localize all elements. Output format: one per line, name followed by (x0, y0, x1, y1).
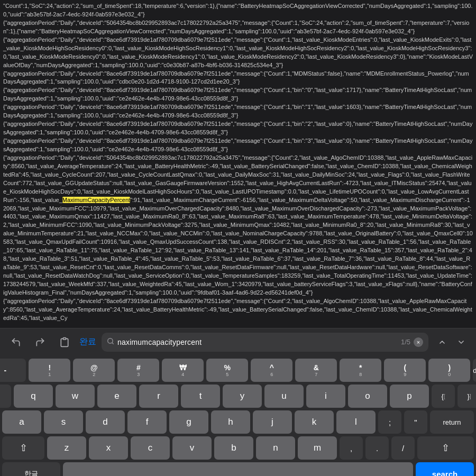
key-v[interactable]: v (172, 436, 212, 460)
key-b[interactable]: b (214, 436, 253, 460)
keyboard: - !1 @2 #3 ₩4 %5 ^6 &7 *8 (9 )0 delete t… (0, 355, 476, 476)
search-input[interactable]: naximumcapacitypercent (117, 338, 398, 346)
undo-button[interactable] (6, 333, 25, 352)
key-f[interactable]: f (127, 410, 167, 434)
hangul-key[interactable]: 한글 (2, 462, 60, 476)
svg-rect-0 (63, 337, 66, 339)
key-won[interactable]: ₩4 (162, 359, 204, 382)
shift-key-right[interactable]: ⇧ (417, 436, 474, 460)
keyboard-row-asdf: a s d f g h j k l ; " return (2, 410, 474, 434)
key-m[interactable]: m (298, 436, 337, 460)
key-hash[interactable]: #3 (117, 359, 159, 382)
key-percent[interactable]: %5 (206, 359, 248, 382)
key-j[interactable]: j (253, 410, 292, 434)
next-match-button[interactable] (453, 334, 470, 351)
key-d[interactable]: d (86, 410, 125, 434)
key-rparen[interactable]: )0 (428, 359, 470, 382)
key-quote[interactable]: " (404, 410, 427, 434)
clear-search-button[interactable]: × (414, 337, 423, 347)
key-amp[interactable]: &7 (295, 359, 337, 382)
key-y[interactable]: y (223, 385, 262, 408)
search-icon (107, 337, 114, 346)
space-key[interactable] (63, 462, 413, 476)
key-semicolon[interactable]: ; (378, 410, 401, 434)
keyboard-row-bottom: 한글 search (2, 462, 474, 476)
search-nav-arrows (434, 334, 470, 351)
redo-button[interactable] (31, 333, 50, 352)
key-c[interactable]: c (131, 436, 170, 460)
prev-match-button[interactable] (434, 334, 451, 351)
key-exclaim[interactable]: !1 (29, 359, 70, 382)
toolbar: 완료 naximumcapacitypercent 1/5 × (0, 328, 476, 355)
key-period[interactable]: . (365, 436, 389, 460)
key-slash[interactable]: / (391, 436, 415, 460)
key-comma[interactable]: , (340, 436, 363, 460)
done-button[interactable]: 완료 (79, 336, 96, 347)
return-key[interactable]: return (430, 410, 474, 434)
key-o[interactable]: o (348, 385, 387, 408)
key-s[interactable]: s (44, 410, 83, 434)
key-p[interactable]: p (390, 385, 429, 408)
key-star[interactable]: *8 (340, 359, 381, 382)
key-at[interactable]: @2 (73, 359, 115, 382)
search-bar: naximumcapacitypercent 1/5 × (102, 333, 428, 352)
key-e[interactable]: e (97, 385, 136, 408)
paste-button[interactable] (55, 333, 74, 352)
key-l[interactable]: l (336, 410, 376, 434)
key-z[interactable]: z (47, 436, 86, 460)
shift-key[interactable]: ⇧ (2, 436, 44, 460)
key-t[interactable]: t (181, 385, 220, 408)
keyboard-row-qwerty: tab q w e r t y u i o p {[ }] |\ (2, 385, 474, 408)
key-q[interactable]: q (14, 385, 53, 408)
key-h[interactable]: h (211, 410, 250, 434)
svg-line-2 (112, 343, 114, 344)
highlighted-match: MaximumCapacityPercent (62, 197, 130, 203)
key-k[interactable]: k (295, 410, 334, 434)
key-u[interactable]: u (264, 385, 304, 408)
search-key[interactable]: search (416, 462, 474, 476)
delete-key[interactable]: delete (473, 359, 476, 382)
keyboard-row-numbers: - !1 @2 #3 ₩4 %5 ^6 &7 *8 (9 )0 delete (2, 359, 474, 382)
match-count: 1/5 (401, 338, 410, 346)
text-content-area: "Count":1,"SoC":24,"action":2,"sum_of_ti… (0, 0, 476, 328)
key-caret[interactable]: ^6 (251, 359, 292, 382)
key-a[interactable]: a (2, 410, 41, 434)
key-x[interactable]: x (89, 436, 128, 460)
key-n[interactable]: n (256, 436, 295, 460)
key-brace-close[interactable]: }] (457, 385, 476, 408)
key-lparen[interactable]: (9 (384, 359, 426, 382)
key-i[interactable]: i (306, 385, 345, 408)
key-minus[interactable]: - (0, 359, 26, 382)
key-w[interactable]: w (56, 385, 95, 408)
tab-key[interactable]: tab (0, 385, 11, 408)
key-g[interactable]: g (169, 410, 208, 434)
key-r[interactable]: r (139, 385, 178, 408)
key-brace-open[interactable]: {[ (432, 385, 455, 408)
keyboard-row-zxcv: ⇧ z x c v b n m , . / ⇧ (2, 436, 474, 460)
